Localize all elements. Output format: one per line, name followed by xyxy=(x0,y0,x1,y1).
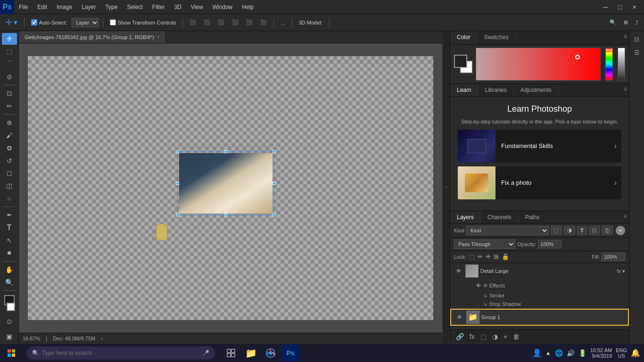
auto-select-toggle[interactable]: Auto-Select: xyxy=(28,18,70,26)
eraser-tool[interactable]: ◻ xyxy=(2,167,17,179)
new-fill-btn[interactable]: ◑ xyxy=(490,332,500,341)
layer-vis-detail-large[interactable]: 👁 xyxy=(454,266,463,276)
dodge-tool[interactable]: ○ xyxy=(2,192,17,204)
side-expand-btn[interactable]: ‹ xyxy=(442,31,450,343)
lasso-tool[interactable]: ⌒ xyxy=(2,58,17,70)
layer-group1[interactable]: 👁 📁 Group 1 xyxy=(450,309,629,326)
minimize-button[interactable]: ─ xyxy=(598,3,612,11)
menu-type[interactable]: Type xyxy=(100,0,122,14)
share-btn[interactable]: ⤴ xyxy=(633,19,641,26)
auto-select-checkbox[interactable] xyxy=(31,19,37,25)
filter-adjust-btn[interactable]: ◑ xyxy=(564,226,575,235)
taskbar-search-bar[interactable]: 🔍 🎤 xyxy=(26,346,215,360)
layer-vis-effects[interactable]: 👁 xyxy=(474,281,483,290)
align-center-btn[interactable]: ⬛ xyxy=(201,18,213,26)
color-alpha-strip[interactable] xyxy=(618,48,625,81)
quick-mask-btn[interactable]: ⊙ xyxy=(2,315,17,328)
learn-tab[interactable]: Learn xyxy=(450,84,479,96)
opacity-input[interactable] xyxy=(538,240,561,248)
taskbar-speaker-icon[interactable]: 🔊 xyxy=(567,349,575,357)
menu-file[interactable]: File xyxy=(14,0,33,14)
filter-kind-select[interactable]: Kind xyxy=(466,226,549,235)
taskbar-people-icon[interactable]: 👤 xyxy=(532,348,542,357)
foreground-swatch[interactable] xyxy=(454,55,467,68)
menu-filter[interactable]: Filter xyxy=(148,0,170,14)
history-tool[interactable]: ↺ xyxy=(2,155,17,166)
file-explorer-btn[interactable]: 📁 xyxy=(242,345,259,362)
link-layers-btn[interactable]: 🔗 xyxy=(454,332,466,341)
canvas-tab[interactable]: GettyImages-76185342.jpg @ 16.7% (Group … xyxy=(19,31,166,43)
swatches-tab[interactable]: Swatches xyxy=(478,31,516,44)
menu-edit[interactable]: Edit xyxy=(33,0,52,14)
menu-layer[interactable]: Layer xyxy=(77,0,100,14)
brush-tool[interactable]: 🖌 xyxy=(2,130,17,141)
eyedropper-tool[interactable]: ✏ xyxy=(2,100,17,112)
zoom-tool[interactable]: 🔍 xyxy=(2,276,17,288)
filter-smart-btn[interactable]: ◫ xyxy=(602,226,613,235)
filter-type-btn[interactable]: T xyxy=(577,226,587,235)
filter-toggle-btn[interactable]: ● xyxy=(616,226,625,235)
hue-indicator[interactable] xyxy=(606,49,612,50)
crop-tool[interactable]: ⊡ xyxy=(2,88,17,99)
canvas-content[interactable] xyxy=(19,43,442,333)
task-view-btn[interactable] xyxy=(223,345,239,362)
menu-window[interactable]: Window xyxy=(208,0,238,14)
blending-mode-select[interactable]: Pass Through xyxy=(454,239,515,249)
color-panel-menu[interactable]: ≡ xyxy=(622,31,629,44)
filter-pixel-btn[interactable]: ⬚ xyxy=(551,226,562,235)
learn-panel-menu[interactable]: ≡ xyxy=(622,84,629,96)
menu-help[interactable]: Help xyxy=(237,0,258,14)
pen-tool[interactable]: ✒ xyxy=(2,209,17,221)
fg-bg-swatch[interactable] xyxy=(454,55,473,74)
search-btn[interactable]: 🔍 xyxy=(607,18,619,26)
layer-detail-large[interactable]: 👁 Detail Large fx ▾ xyxy=(450,263,629,280)
screen-mode-btn[interactable]: ▣ xyxy=(2,330,17,343)
taskbar-search-input[interactable] xyxy=(42,350,200,356)
layers-tab[interactable]: Layers xyxy=(450,211,481,223)
fix-photo-card[interactable]: Fix a photo › xyxy=(458,166,621,199)
paths-tab[interactable]: Paths xyxy=(519,211,547,223)
gradient-tool[interactable]: ◫ xyxy=(2,180,17,192)
healing-tool[interactable]: ⊕ xyxy=(2,117,17,129)
layer-select[interactable]: Layer xyxy=(72,18,99,27)
layers-panel-menu[interactable]: ≡ xyxy=(622,211,629,223)
delete-layer-btn[interactable]: 🗑 xyxy=(511,332,521,341)
clone-tool[interactable]: ✿ xyxy=(2,142,17,154)
type-tool[interactable]: T xyxy=(2,222,17,234)
lock-image-btn[interactable]: ✏ xyxy=(478,253,483,260)
add-fx-btn[interactable]: fx xyxy=(468,332,477,341)
taskbar-mic-icon[interactable]: 🎤 xyxy=(202,350,209,356)
close-button[interactable]: × xyxy=(628,3,641,11)
path-tool[interactable]: ↖ xyxy=(2,234,17,246)
align-bottom-btn[interactable]: ⬛ xyxy=(257,18,270,26)
maximize-button[interactable]: □ xyxy=(613,3,627,11)
workspace-btn[interactable]: ⊞ xyxy=(621,18,631,26)
color-gradient-box[interactable] xyxy=(476,48,601,81)
add-mask-btn[interactable]: ⬚ xyxy=(479,332,488,341)
layer-fx-detail-large[interactable]: fx ▾ xyxy=(617,268,625,274)
filter-shape-btn[interactable]: ◻ xyxy=(589,226,600,235)
fix-photo-arrow[interactable]: › xyxy=(614,179,621,187)
new-layer-btn[interactable]: + xyxy=(502,332,509,341)
transform-controls-toggle[interactable]: Show Transform Controls xyxy=(107,18,179,26)
color-tab[interactable]: Color xyxy=(450,31,478,44)
transform-checkbox[interactable] xyxy=(110,19,116,25)
quick-select-tool[interactable]: ⊘ xyxy=(2,71,17,82)
menu-select[interactable]: Select xyxy=(122,0,147,14)
more-options-btn[interactable]: ... xyxy=(278,19,288,26)
shape-tool[interactable]: ■ xyxy=(2,247,17,259)
doc-info-arrow[interactable]: › xyxy=(101,336,103,341)
lock-artboard-btn[interactable]: ⊞ xyxy=(494,253,499,260)
align-right-btn[interactable]: ⬛ xyxy=(215,18,227,26)
color-picker-dot[interactable] xyxy=(575,55,580,59)
align-left-btn[interactable]: ⬛ xyxy=(187,18,199,26)
chrome-btn[interactable] xyxy=(262,345,279,362)
select-tool[interactable]: ⬚ xyxy=(2,46,17,58)
taskbar-datetime[interactable]: 10:52 AM 9/4/2019 xyxy=(590,347,612,359)
menu-view[interactable]: View xyxy=(186,0,208,14)
lock-position-btn[interactable]: ✛ xyxy=(486,253,491,260)
menu-image[interactable]: Image xyxy=(52,0,77,14)
channels-tab[interactable]: Channels xyxy=(481,211,519,223)
align-top-btn[interactable]: ⬛ xyxy=(229,18,241,26)
mini-tool-2[interactable]: ☰ xyxy=(631,46,643,58)
